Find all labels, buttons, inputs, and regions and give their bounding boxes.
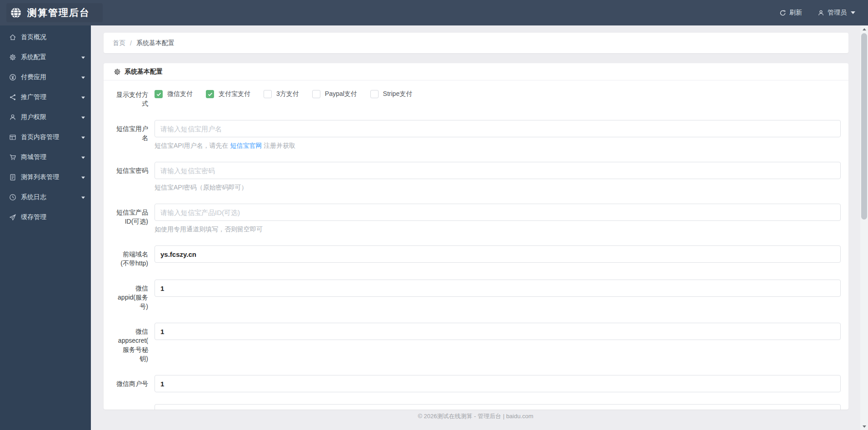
- sidebar-item-mall[interactable]: 商城管理: [0, 147, 91, 167]
- breadcrumb: 首页 / 系统基本配置: [104, 33, 848, 53]
- checkbox-label: Paypal支付: [325, 90, 357, 98]
- checkbox-label: 3方支付: [276, 90, 299, 98]
- checkbox-icon: [312, 90, 320, 98]
- sidebar-item-paid-apps[interactable]: 付费应用: [0, 67, 91, 87]
- sidebar-item-label: 系统日志: [21, 193, 46, 201]
- sidebar-item-label: 商城管理: [21, 153, 46, 161]
- main-content: 首页 / 系统基本配置 系统基本配置 显示支付方式 微信支付 支付宝支付 3方支…: [91, 25, 860, 430]
- checkbox-label: 微信支付: [167, 90, 193, 98]
- field-help: 如使用专用通道则填写，否则留空即可: [155, 225, 841, 234]
- checkbox-label: Stripe支付: [383, 90, 413, 98]
- footer-text: © 2026测试在线测算 - 管理后台 | baidu.com: [91, 410, 860, 420]
- sidebar-item-label: 缓存管理: [21, 213, 46, 221]
- form-field-row: 短信宝用户名 短信宝API用户名，请先在 短信宝官网 注册并获取: [115, 120, 841, 150]
- field-input[interactable]: [155, 162, 841, 179]
- chevron-down-icon: [81, 176, 85, 180]
- breadcrumb-separator: /: [130, 40, 132, 47]
- form-field-row: 前端域名(不带http): [115, 245, 841, 268]
- form-field-row: 微信appsecret(服务号秘钥): [115, 323, 841, 363]
- sidebar-item-cache[interactable]: 缓存管理: [0, 207, 91, 227]
- user-menu[interactable]: 管理员: [818, 9, 855, 17]
- field-input[interactable]: [155, 280, 841, 297]
- config-card-header: 系统基本配置: [104, 63, 848, 80]
- chevron-down-icon: [81, 116, 85, 120]
- field-label: 微信appid(服务号): [115, 280, 148, 311]
- gear-icon: [114, 68, 121, 75]
- sidebar-item-promotion[interactable]: 推广管理: [0, 87, 91, 107]
- home-icon: [9, 34, 16, 41]
- chevron-down-icon: [81, 56, 85, 60]
- field-label: 微信appsecret(服务号秘钥): [115, 323, 148, 363]
- payment-methods-label: 显示支付方式: [115, 90, 148, 108]
- chevron-down-icon: [81, 96, 85, 100]
- sidebar-item-label: 首页内容管理: [21, 133, 59, 141]
- config-form: 显示支付方式 微信支付 支付宝支付 3方支付 Paypal支付 Stripe支付: [104, 80, 848, 410]
- field-help: 短信宝API用户名，请先在 短信宝官网 注册并获取: [155, 141, 841, 150]
- list-icon: [9, 174, 16, 181]
- chevron-down-icon: [81, 136, 85, 140]
- top-navbar: 测算管理后台 刷新 管理员: [0, 0, 868, 25]
- sidebar-item-label: 系统配置: [21, 53, 46, 61]
- breadcrumb-current: 系统基本配置: [136, 39, 175, 47]
- form-field-row: 短信宝密码 短信宝API密码（原始密码即可）: [115, 162, 841, 192]
- cart-icon: [9, 154, 16, 161]
- payment-checkbox-option[interactable]: 微信支付: [155, 90, 193, 98]
- sidebar-item-home[interactable]: 首页概况: [0, 27, 91, 47]
- sidebar-item-label: 用户权限: [21, 113, 46, 121]
- payment-checkbox-option[interactable]: 3方支付: [264, 90, 299, 98]
- chevron-down-icon: [81, 76, 85, 80]
- sidebar-menu: 首页概况 系统配置 付费应用 推广管理 用户权限 首页内容管理 商城管理 测算列…: [0, 27, 91, 227]
- payment-checkbox-option[interactable]: Stripe支付: [370, 90, 413, 98]
- sidebar-item-label: 付费应用: [21, 73, 46, 81]
- config-card: 系统基本配置 显示支付方式 微信支付 支付宝支付 3方支付 Paypal支付: [104, 63, 848, 410]
- payment-checkbox-group: 微信支付 支付宝支付 3方支付 Paypal支付 Stripe支付: [155, 90, 841, 98]
- field-help-link[interactable]: 短信宝官网: [230, 142, 262, 149]
- form-fields: 短信宝用户名 短信宝API用户名，请先在 短信宝官网 注册并获取 短信宝密码 短…: [115, 120, 841, 410]
- field-label: 前端域名(不带http): [115, 245, 148, 268]
- sidebar-item-label: 测算列表管理: [21, 173, 59, 181]
- scroll-up-arrow[interactable]: [860, 25, 868, 33]
- field-input[interactable]: [155, 245, 841, 263]
- sidebar-item-label: 首页概况: [21, 33, 46, 41]
- sidebar-item-label: 推广管理: [21, 93, 46, 101]
- field-input[interactable]: [155, 404, 841, 410]
- form-field-row: 微信商户号: [115, 375, 841, 392]
- form-field-row: 短信宝产品ID(可选) 如使用专用通道则填写，否则留空即可: [115, 204, 841, 234]
- checkbox-icon: [155, 90, 163, 98]
- user-icon: [818, 10, 824, 16]
- send-icon: [9, 214, 16, 221]
- sidebar-item-home-content[interactable]: 首页内容管理: [0, 127, 91, 147]
- form-field-row: 微信商户秘钥: [115, 404, 841, 410]
- chevron-down-icon: [81, 156, 85, 160]
- field-input[interactable]: [155, 375, 841, 392]
- breadcrumb-home[interactable]: 首页: [113, 39, 125, 47]
- sidebar: 首页概况 系统配置 付费应用 推广管理 用户权限 首页内容管理 商城管理 测算列…: [0, 25, 91, 430]
- navbar-actions: 刷新 管理员: [779, 9, 855, 17]
- clock-icon: [9, 194, 16, 201]
- scrollbar-thumb[interactable]: [861, 33, 867, 220]
- globe-icon: [10, 7, 22, 19]
- checkbox-label: 支付宝支付: [219, 90, 250, 98]
- card-title: 系统基本配置: [125, 68, 163, 76]
- sidebar-item-system-config[interactable]: 系统配置: [0, 47, 91, 67]
- payment-checkbox-option[interactable]: 支付宝支付: [206, 90, 250, 98]
- refresh-button[interactable]: 刷新: [779, 9, 802, 17]
- field-input[interactable]: [155, 120, 841, 137]
- user-menu-label: 管理员: [828, 9, 847, 17]
- form-field-row: 微信appid(服务号): [115, 280, 841, 311]
- refresh-icon: [779, 10, 786, 16]
- scroll-down-arrow[interactable]: [860, 423, 868, 430]
- field-help: 短信宝API密码（原始密码即可）: [155, 183, 841, 192]
- sidebar-item-system-logs[interactable]: 系统日志: [0, 187, 91, 207]
- gear-icon: [9, 54, 16, 61]
- field-input[interactable]: [155, 323, 841, 340]
- payment-methods-row: 显示支付方式 微信支付 支付宝支付 3方支付 Paypal支付 Stripe支付: [115, 90, 841, 108]
- payment-checkbox-option[interactable]: Paypal支付: [312, 90, 357, 98]
- sidebar-item-user-perms[interactable]: 用户权限: [0, 107, 91, 127]
- checkbox-icon: [370, 90, 379, 98]
- field-input[interactable]: [155, 204, 841, 221]
- sidebar-item-calc-list[interactable]: 测算列表管理: [0, 167, 91, 187]
- checkbox-icon: [264, 90, 272, 98]
- yen-icon: [9, 74, 16, 81]
- vertical-scrollbar[interactable]: [860, 25, 868, 430]
